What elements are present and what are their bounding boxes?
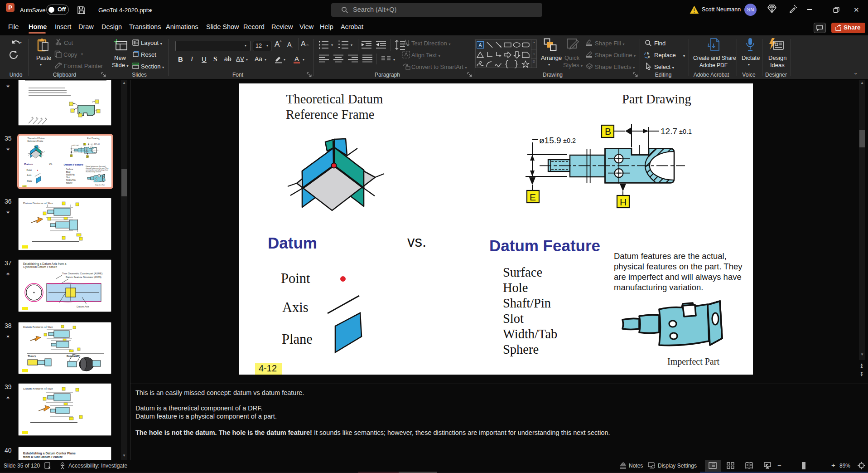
svg-text:B: B [605,126,611,137]
svg-text:Datum Features of Size: Datum Features of Size [23,325,53,329]
svg-text:Point: Point [281,271,310,286]
svg-text:Datum: Datum [268,234,317,252]
svg-text:Datum Features of Size: Datum Features of Size [23,201,53,205]
svg-text:Cylindrical Datum Feature: Cylindrical Datum Feature [23,265,58,269]
svg-text:from a Slot Datum Feature: from a Slot Datum Feature [23,455,63,458]
svg-text:Reference Frame: Reference Frame [286,107,374,122]
svg-text:Datum Feature Simulator (2009): Datum Feature Simulator (2009) [66,276,101,278]
svg-text:E: E [530,192,536,202]
svg-text:physical features on the part.: physical features on the part. They [614,262,743,271]
svg-text:Sphere: Sphere [503,342,539,356]
svg-text:12.7: 12.7 [661,127,677,136]
svg-text:manufacturing variation.: manufacturing variation. [614,283,703,292]
svg-text:Surface: Surface [503,265,542,279]
svg-text:Shaft/Pin: Shaft/Pin [503,296,551,310]
svg-text:Plane: Plane [282,332,313,347]
svg-text:Datum Axis: Datum Axis [77,305,89,308]
svg-text:Part Drawing: Part Drawing [622,92,691,106]
svg-text:H: H [620,197,627,207]
svg-text:4-12: 4-12 [259,363,277,373]
svg-text:Axis: Axis [282,300,309,315]
svg-text:Imperfect Part: Imperfect Part [667,356,719,367]
svg-text:Hole: Hole [503,281,528,295]
svg-text:±0.1: ±0.1 [679,128,692,135]
svg-text:are imperfect and will always: are imperfect and will always have [614,272,742,282]
svg-text:Width/Tab: Width/Tab [503,327,557,341]
svg-text:Datum features are the actual,: Datum features are the actual, [614,251,727,261]
svg-text:vs.: vs. [407,233,426,250]
svg-text:True Geometric Counterpart (AS: True Geometric Counterpart (ASME) [62,272,103,275]
svg-text:Slot: Slot [503,312,524,326]
svg-text:Establishing a Datum Center Pl: Establishing a Datum Center Plane [23,452,76,455]
svg-text:Datum Feature: Datum Feature [489,237,600,254]
svg-text:Theoretical Datum: Theoretical Datum [286,92,383,106]
svg-text:Theory: Theory [28,355,36,357]
svg-text:Datum Features of Size: Datum Features of Size [23,387,53,390]
svg-text:c: c [648,55,650,59]
svg-text:ø15.9: ø15.9 [539,136,561,145]
svg-text:±0.2: ±0.2 [563,137,576,144]
